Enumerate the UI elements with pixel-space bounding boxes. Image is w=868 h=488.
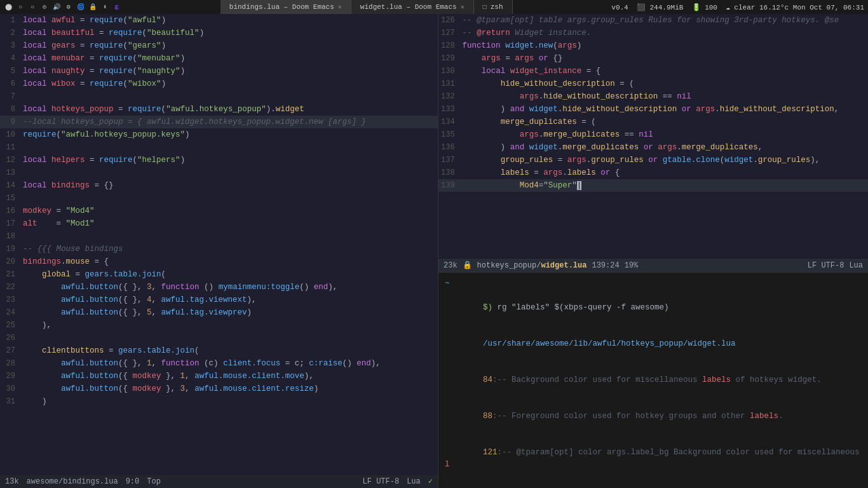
tab-bindings-label: bindings.lua – Doom Emacs xyxy=(229,3,334,11)
code-line-26: 26 xyxy=(0,332,438,344)
icon4: ⊙ xyxy=(40,3,49,11)
right-position: 139:24 xyxy=(592,261,619,270)
rcode-132: 132 args.hide_without_description == nil xyxy=(438,90,868,103)
rcode-139: 139 Mod4="Super"| xyxy=(438,179,868,192)
code-line-15: 15 xyxy=(0,192,438,205)
rcode-126: 126 -- @tparam[opt] table args.group_rul… xyxy=(438,14,868,27)
code-line-25: 25 ), xyxy=(0,319,438,332)
left-editor-pane: 1 local awful = require("awful") 2 local… xyxy=(0,14,438,488)
right-code-view: 126 -- @tparam[opt] table args.group_rul… xyxy=(438,14,868,258)
term-line-88: 88:-- Foreground color used for hotkey g… xyxy=(445,398,862,435)
rcode-136: 136 ) and widget.merge_duplicates or arg… xyxy=(438,141,868,154)
tab-widget-label: widget.lua – Doom Emacs xyxy=(360,3,457,11)
icon3: ○ xyxy=(28,3,37,11)
code-line-3: 3 local gears = require("gears") xyxy=(0,39,438,52)
left-status-bar: 13k awesome/bindings.lua 9:0 Top LF UTF-… xyxy=(0,474,438,488)
icon10: ε xyxy=(112,3,121,11)
left-status-right: LF UTF-8 Lua ✓ xyxy=(363,477,433,486)
rcode-134: 134 merge_duplicates = ( xyxy=(438,116,868,128)
code-line-12: 12 local helpers = require("helpers") xyxy=(0,154,438,166)
rcode-128: 128 function widget.new(args) xyxy=(438,39,868,52)
left-encoding: LF UTF-8 xyxy=(363,477,400,486)
right-status-bar: 23k 🔒 hotkeys_popup/widget.lua 139:24 19… xyxy=(438,258,868,272)
tab-bindings-close[interactable]: ✕ xyxy=(338,3,342,11)
term-line-prompt: $) rg "labels" $(xbps-query -f awesome) xyxy=(445,290,862,326)
term-line-tilde: ~ xyxy=(445,278,862,290)
tab-zsh[interactable]: □ zsh xyxy=(474,0,513,14)
code-line-7: 7 xyxy=(0,90,438,103)
code-line-5: 5 local naughty = require("naughty") xyxy=(0,65,438,78)
icon9: ⬇ xyxy=(100,3,109,11)
code-line-1: 1 local awful = require("awful") xyxy=(0,14,438,27)
code-line-30: 30 awful.button({ modkey }, 3, awful.mou… xyxy=(0,383,438,395)
code-line-14: 14 local bindings = {} xyxy=(0,179,438,192)
icon7: 🌀 xyxy=(76,3,85,11)
code-line-8: 8 local hotkeys_popup = require("awful.h… xyxy=(0,103,438,116)
icon1: ⬤ xyxy=(4,3,13,11)
left-lang: Lua xyxy=(407,477,421,486)
code-line-19: 19 -- {{{ Mouse bindings xyxy=(0,243,438,255)
rcode-130: 130 local widget_instance = { xyxy=(438,65,868,78)
code-line-27: 27 clientbuttons = gears.table.join( xyxy=(0,344,438,357)
right-pane: 126 -- @tparam[opt] table args.group_rul… xyxy=(438,14,868,488)
code-line-23: 23 awful.button({ }, 4, awful.tag.viewne… xyxy=(0,294,438,306)
tab-zsh-label: zsh xyxy=(491,3,503,11)
code-line-21: 21 global = gears.table.join( xyxy=(0,268,438,281)
rcode-137: 137 group_rules = args.group_rules or gt… xyxy=(438,154,868,166)
code-line-18: 18 xyxy=(0,230,438,243)
right-editor-area[interactable]: 126 -- @tparam[opt] table args.group_rul… xyxy=(438,14,868,258)
code-line-17: 17 alt = "Mod1" xyxy=(0,217,438,230)
left-modified-icon: ✓ xyxy=(428,477,433,486)
tab-widget-close[interactable]: ✕ xyxy=(461,3,465,11)
rcode-135: 135 args.merge_duplicates == nil xyxy=(438,128,868,141)
left-position: 9:0 xyxy=(126,477,140,486)
left-code-view[interactable]: 1 local awful = require("awful") 2 local… xyxy=(0,14,438,474)
left-scroll: Top xyxy=(147,477,161,486)
system-status: v0.4 ⬛ 244.9MiB 🔋 100 ☁ clear 16.12°c Mo… xyxy=(611,3,864,11)
code-line-28: 28 awful.button({ }, 1, function (c) cli… xyxy=(0,357,438,370)
term-line-path: /usr/share/awesome/lib/awful/hotkeys_pop… xyxy=(445,326,862,362)
system-icons: ⬤ ○ ○ ⊙ 🔊 ⚙ 🌀 🔒 ⬇ ε xyxy=(4,3,121,11)
rcode-127: 127 -- @return Widget instance. xyxy=(438,27,868,39)
left-status-left: 13k awesome/bindings.lua 9:0 Top xyxy=(5,477,161,486)
topbar: ⬤ ○ ○ ⊙ 🔊 ⚙ 🌀 🔒 ⬇ ε bindings.lua – Doom … xyxy=(0,0,868,14)
term-line-121: 121:-- @tparam[opt] color args.label_bg … xyxy=(445,435,862,483)
tab-widget[interactable]: widget.lua – Doom Emacs ✕ xyxy=(351,0,474,14)
code-line-13: 13 xyxy=(0,166,438,179)
code-line-22: 22 awful.button({ }, 3, function () myma… xyxy=(0,281,438,294)
terminal-pane[interactable]: ~ $) rg "labels" $(xbps-query -f awesome… xyxy=(438,272,868,488)
code-line-4: 4 local menubar = require("menubar") xyxy=(0,52,438,65)
tab-bindings[interactable]: bindings.lua – Doom Emacs ✕ xyxy=(220,0,351,14)
topbar-left: ⬤ ○ ○ ⊙ 🔊 ⚙ 🌀 🔒 ⬇ ε xyxy=(4,3,121,11)
right-encoding: LF UTF-8 xyxy=(808,261,844,270)
rcode-129: 129 args = args or {} xyxy=(438,52,868,65)
rcode-131: 131 hide_without_description = ( xyxy=(438,78,868,90)
left-filename: awesome/bindings.lua xyxy=(27,477,118,486)
code-line-10: 10 require("awful.hotkeys_popup.keys") xyxy=(0,128,438,141)
right-scroll-pct: 19% xyxy=(625,261,639,270)
icon5: 🔊 xyxy=(52,3,61,11)
tab-zsh-icon: □ xyxy=(483,4,487,11)
code-line-2: 2 local beautiful = require("beautiful") xyxy=(0,27,438,39)
right-lang: Lua xyxy=(849,261,863,270)
code-line-20: 20 bindings.mouse = { xyxy=(0,255,438,268)
code-line-29: 29 awful.button({ modkey }, 1, awful.mou… xyxy=(0,370,438,383)
rcode-138: 138 labels = args.labels or { xyxy=(438,166,868,179)
code-line-6: 6 local wibox = require("wibox") xyxy=(0,78,438,90)
code-line-11: 11 xyxy=(0,141,438,154)
topbar-right: v0.4 ⬛ 244.9MiB 🔋 100 ☁ clear 16.12°c Mo… xyxy=(611,3,864,11)
rcode-133: 133 ) and widget.hide_without_descriptio… xyxy=(438,103,868,116)
main-area: 1 local awful = require("awful") 2 local… xyxy=(0,14,868,488)
code-line-9: 9 --local hotkeys_popup = { awful.widget… xyxy=(0,116,438,128)
term-line-84: 84:-- Background color used for miscella… xyxy=(445,362,862,398)
right-filesize: 23k xyxy=(444,261,458,270)
term-line-121b: abels. xyxy=(445,483,862,488)
lock-icon: 🔒 xyxy=(463,261,472,270)
icon6: ⚙ xyxy=(64,3,73,11)
code-line-24: 24 awful.button({ }, 5, awful.tag.viewpr… xyxy=(0,306,438,319)
code-line-31: 31 ) xyxy=(0,395,438,408)
right-filename: hotkeys_popup/widget.lua xyxy=(477,261,587,270)
tab-bar: bindings.lua – Doom Emacs ✕ widget.lua –… xyxy=(220,0,513,14)
left-filesize: 13k xyxy=(5,477,19,486)
code-line-16: 16 modkey = "Mod4" xyxy=(0,205,438,217)
